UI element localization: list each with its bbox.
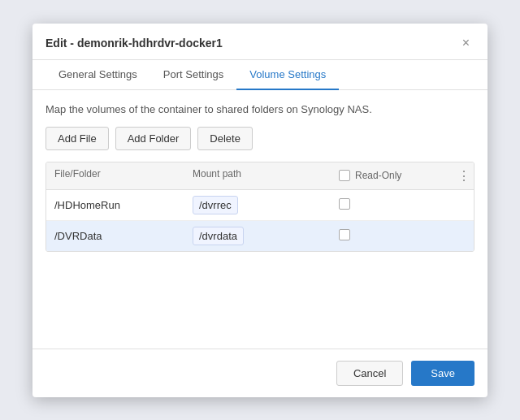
read-only-checkbox[interactable] <box>339 229 350 240</box>
edit-dialog: Edit - demonrik-hdhrdvr-docker1 × Genera… <box>32 24 488 397</box>
description-text: Map the volumes of the container to shar… <box>46 103 474 115</box>
read-only-header-checkbox[interactable] <box>339 170 350 181</box>
dialog-footer: Cancel Save <box>32 349 488 397</box>
cell-read-only <box>331 223 454 249</box>
mount-path-value: /dvrdata <box>193 227 244 245</box>
volumes-table: File/Folder Mount path Read-Only ⋮ /HDHo… <box>46 162 474 252</box>
toolbar: Add File Add Folder Delete <box>46 127 474 150</box>
read-only-label: Read-Only <box>355 170 401 181</box>
tab-bar: General Settings Port Settings Volume Se… <box>32 60 488 90</box>
close-button[interactable]: × <box>457 35 474 51</box>
col-mount-path: Mount path <box>184 162 331 189</box>
mount-path-value: /dvrrec <box>193 196 238 214</box>
cell-actions <box>454 230 474 241</box>
save-button[interactable]: Save <box>411 361 474 386</box>
dialog-body: Map the volumes of the container to shar… <box>32 90 488 349</box>
add-file-button[interactable]: Add File <box>46 127 109 150</box>
table-row[interactable]: /HDHomeRun /dvrrec <box>46 190 474 221</box>
dialog-title: Edit - demonrik-hdhrdvr-docker1 <box>46 37 223 50</box>
table-row[interactable]: /DVRData /dvrdata <box>46 221 474 251</box>
delete-button[interactable]: Delete <box>197 127 253 150</box>
cell-mount-path: /dvrrec <box>184 190 331 220</box>
tab-general-settings[interactable]: General Settings <box>46 60 150 90</box>
col-actions-icon[interactable]: ⋮ <box>454 162 474 189</box>
col-file-folder: File/Folder <box>46 162 184 189</box>
cell-actions <box>454 199 474 210</box>
cancel-button[interactable]: Cancel <box>336 361 403 386</box>
table-header: File/Folder Mount path Read-Only ⋮ <box>46 162 474 190</box>
tab-volume-settings[interactable]: Volume Settings <box>236 60 339 90</box>
add-folder-button[interactable]: Add Folder <box>115 127 192 150</box>
cell-read-only <box>331 193 454 218</box>
tab-port-settings[interactable]: Port Settings <box>150 60 236 90</box>
cell-file-folder: /DVRData <box>46 224 184 248</box>
read-only-checkbox[interactable] <box>339 198 350 210</box>
cell-mount-path: /dvrdata <box>184 221 331 251</box>
cell-file-folder: /HDHomeRun <box>46 193 184 217</box>
col-read-only: Read-Only <box>331 162 454 189</box>
dialog-header: Edit - demonrik-hdhrdvr-docker1 × <box>32 24 488 60</box>
